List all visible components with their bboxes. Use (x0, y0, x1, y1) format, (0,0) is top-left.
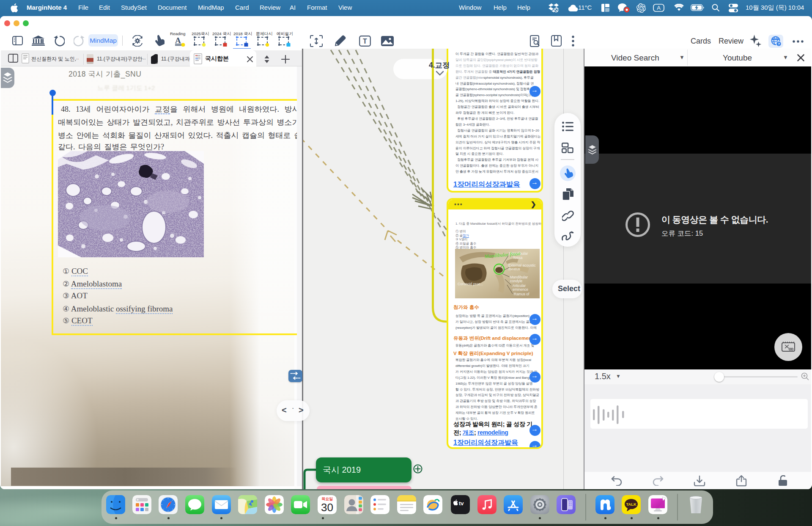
svg-text:A: A (657, 5, 661, 11)
svg-text:WWW: WWW (772, 38, 780, 41)
svg-text:A: A (175, 36, 181, 45)
svg-text:?: ? (778, 42, 780, 46)
svg-text:T: T (363, 38, 367, 45)
